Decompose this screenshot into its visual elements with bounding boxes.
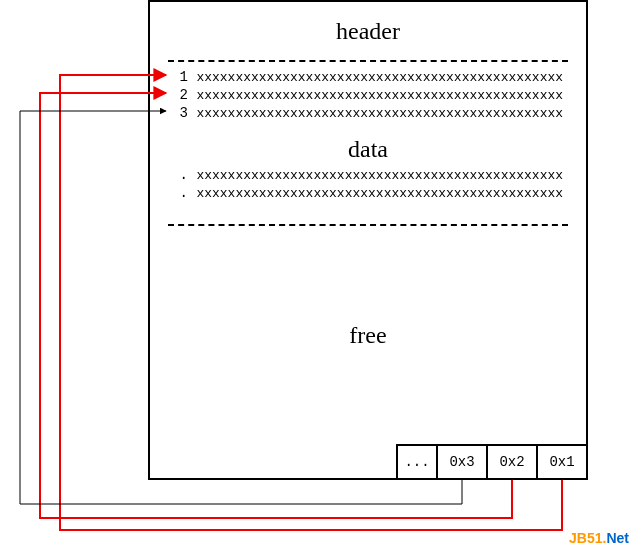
row-label: . [168,184,188,202]
divider-header-data [168,60,568,62]
row-label: . [168,166,188,184]
section-header-title: header [150,18,586,45]
row-content: xxxxxxxxxxxxxxxxxxxxxxxxxxxxxxxxxxxxxxxx… [196,88,563,103]
section-free-title: free [150,322,586,349]
row-content: xxxxxxxxxxxxxxxxxxxxxxxxxxxxxxxxxxxxxxxx… [196,168,563,183]
watermark-part2: Net [606,530,629,546]
data-row: 3 xxxxxxxxxxxxxxxxxxxxxxxxxxxxxxxxxxxxxx… [168,104,568,122]
page-block: header 1 xxxxxxxxxxxxxxxxxxxxxxxxxxxxxxx… [148,0,588,480]
row-content: xxxxxxxxxxxxxxxxxxxxxxxxxxxxxxxxxxxxxxxx… [196,70,563,85]
data-row: . xxxxxxxxxxxxxxxxxxxxxxxxxxxxxxxxxxxxxx… [168,184,568,202]
watermark: JB51.Net [569,530,629,546]
slot-0x2: 0x2 [486,444,538,480]
row-label: 1 [168,68,188,86]
row-label: 2 [168,86,188,104]
slot-ellipsis: ... [396,444,438,480]
data-row: 1 xxxxxxxxxxxxxxxxxxxxxxxxxxxxxxxxxxxxxx… [168,68,568,86]
row-content: xxxxxxxxxxxxxxxxxxxxxxxxxxxxxxxxxxxxxxxx… [196,186,563,201]
row-content: xxxxxxxxxxxxxxxxxxxxxxxxxxxxxxxxxxxxxxxx… [196,106,563,121]
data-rows-area: 1 xxxxxxxxxxxxxxxxxxxxxxxxxxxxxxxxxxxxxx… [168,68,568,202]
diagram-canvas: { "sections": { "header": "header", "dat… [0,0,635,550]
slot-0x3: 0x3 [436,444,488,480]
row-label: 3 [168,104,188,122]
data-row: 2 xxxxxxxxxxxxxxxxxxxxxxxxxxxxxxxxxxxxxx… [168,86,568,104]
section-data-title: data [150,136,586,163]
slot-directory: ... 0x3 0x2 0x1 [396,444,588,480]
divider-data-free [168,224,568,226]
slot-0x1: 0x1 [536,444,588,480]
data-row: . xxxxxxxxxxxxxxxxxxxxxxxxxxxxxxxxxxxxxx… [168,166,568,184]
watermark-part1: JB51. [569,530,606,546]
